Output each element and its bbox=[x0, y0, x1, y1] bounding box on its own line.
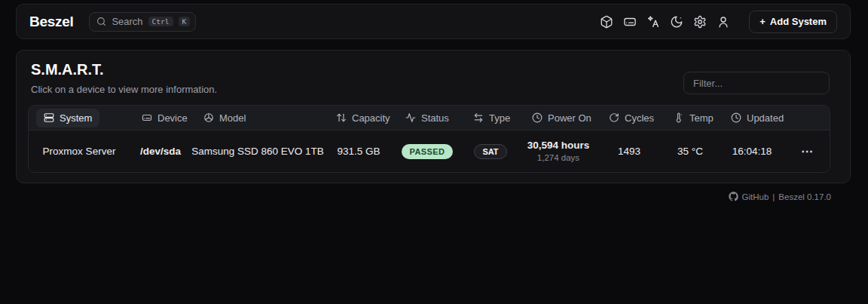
column-label: Type bbox=[489, 112, 510, 124]
beszel-logo[interactable]: Beszel bbox=[29, 14, 73, 30]
clock-icon bbox=[532, 112, 542, 123]
column-label: Updated bbox=[747, 112, 784, 124]
row-menu-button[interactable]: ⋯ bbox=[801, 144, 814, 158]
column-label: Status bbox=[421, 112, 449, 124]
page-title: S.M.A.R.T. bbox=[31, 61, 104, 78]
cell-power-on: 30,594 hours 1,274 days bbox=[520, 139, 597, 163]
clock-icon bbox=[731, 112, 741, 123]
github-link[interactable]: GitHub bbox=[729, 192, 769, 201]
package-icon bbox=[600, 15, 613, 29]
cell-device: /dev/sda bbox=[130, 146, 191, 157]
footer: GitHub | Beszel 0.17.0 bbox=[729, 192, 831, 201]
search-label: Search bbox=[112, 16, 142, 27]
smart-disks-button[interactable] bbox=[622, 14, 637, 29]
filter-input[interactable] bbox=[683, 72, 830, 94]
github-icon bbox=[729, 192, 738, 201]
column-header-cycles[interactable]: Cycles bbox=[597, 106, 662, 130]
arrow-up-down-icon bbox=[336, 112, 347, 123]
plus-icon: + bbox=[760, 16, 766, 27]
column-label: Power On bbox=[548, 112, 591, 124]
hard-drive-icon bbox=[142, 112, 152, 123]
devices-table: System Device Model Capacity bbox=[28, 105, 830, 173]
cell-capacity: 931.5 GB bbox=[324, 146, 393, 157]
package-icon bbox=[203, 112, 214, 123]
activity-icon bbox=[405, 112, 416, 123]
thermometer-icon bbox=[674, 112, 684, 123]
github-label: GitHub bbox=[742, 192, 769, 201]
server-icon bbox=[44, 112, 54, 123]
cell-system: Proxmox Server bbox=[29, 146, 130, 157]
cell-status: PASSED bbox=[393, 144, 461, 159]
cell-cycles: 1493 bbox=[597, 146, 662, 157]
cell-model: Samsung SSD 860 EVO 1TB bbox=[191, 146, 324, 157]
power-on-days: 1,274 days bbox=[537, 152, 579, 164]
add-system-button[interactable]: + Add System bbox=[749, 11, 837, 33]
arrow-left-right-icon bbox=[473, 112, 484, 123]
column-header-status[interactable]: Status bbox=[393, 106, 461, 130]
column-header-capacity[interactable]: Capacity bbox=[324, 106, 393, 130]
rotate-cw-icon bbox=[609, 112, 619, 123]
version-label: Beszel 0.17.0 bbox=[778, 192, 831, 201]
nav-actions: + Add System bbox=[599, 11, 837, 33]
table-row[interactable]: Proxmox Server /dev/sda Samsung SSD 860 … bbox=[29, 131, 830, 172]
search-icon bbox=[96, 17, 106, 26]
systems-package-button[interactable] bbox=[599, 14, 613, 29]
type-badge: SAT bbox=[474, 144, 506, 159]
user-icon bbox=[717, 15, 730, 29]
languages-icon bbox=[646, 15, 660, 29]
column-label: Capacity bbox=[352, 112, 390, 124]
kbd-k: K bbox=[179, 17, 191, 27]
smart-card: S.M.A.R.T. Click on a device to view mor… bbox=[16, 50, 851, 183]
cell-type: SAT bbox=[461, 144, 520, 159]
column-header-model[interactable]: Model bbox=[191, 106, 324, 130]
column-header-actions bbox=[785, 106, 830, 130]
cell-updated: 16:04:18 bbox=[719, 146, 785, 157]
column-label: Temp bbox=[689, 112, 714, 124]
column-header-system[interactable]: System bbox=[29, 106, 130, 130]
language-button[interactable] bbox=[646, 14, 660, 29]
theme-toggle-button[interactable] bbox=[669, 14, 683, 29]
hard-drive-icon bbox=[623, 15, 637, 29]
moon-icon bbox=[670, 15, 683, 29]
column-label: Cycles bbox=[625, 112, 654, 124]
add-system-label: Add System bbox=[770, 16, 827, 27]
settings-button[interactable] bbox=[692, 14, 707, 29]
user-menu-button[interactable] bbox=[716, 14, 730, 29]
column-label: Model bbox=[219, 112, 246, 124]
footer-separator: | bbox=[772, 192, 775, 201]
column-header-updated[interactable]: Updated bbox=[719, 106, 785, 130]
system-sort-button: System bbox=[36, 109, 99, 127]
search-input[interactable]: Search Ctrl K bbox=[89, 12, 196, 32]
cell-actions: ⋯ bbox=[785, 144, 830, 158]
column-label: System bbox=[60, 112, 92, 124]
table-header-row: System Device Model Capacity bbox=[29, 106, 830, 131]
column-label: Device bbox=[157, 112, 188, 124]
column-header-device[interactable]: Device bbox=[130, 106, 191, 130]
gear-icon bbox=[693, 15, 707, 29]
cell-temp: 35 °C bbox=[662, 146, 719, 157]
kbd-ctrl: Ctrl bbox=[148, 17, 173, 27]
column-header-power-on[interactable]: Power On bbox=[520, 106, 597, 130]
page-subtitle: Click on a device to view more informati… bbox=[31, 84, 217, 95]
status-badge: PASSED bbox=[402, 144, 454, 159]
top-nav: Beszel Search Ctrl K bbox=[16, 4, 851, 39]
power-on-hours: 30,594 hours bbox=[527, 139, 590, 152]
column-header-temp[interactable]: Temp bbox=[662, 106, 719, 130]
column-header-type[interactable]: Type bbox=[461, 106, 520, 130]
